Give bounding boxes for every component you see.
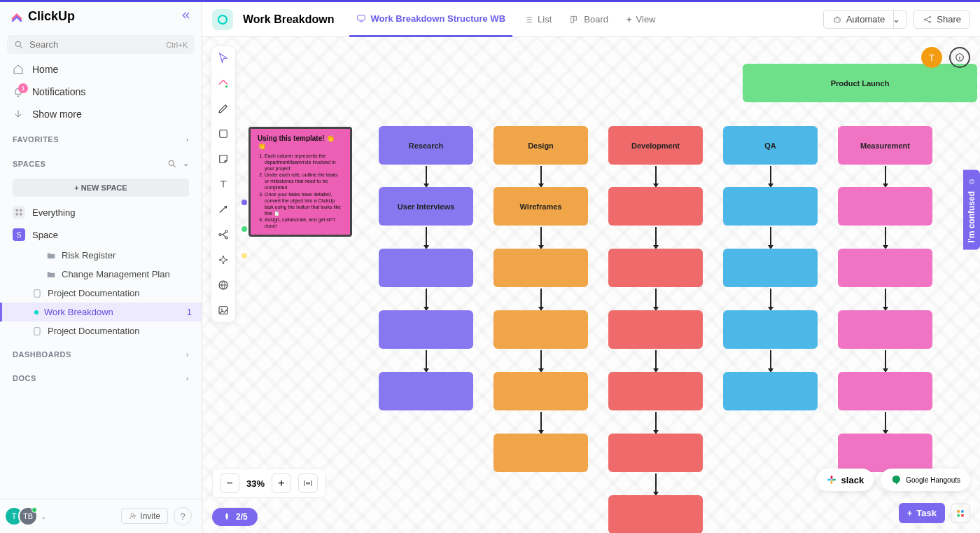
nav-notifications[interactable]: 1 Notifications [0,81,202,103]
collapse-sidebar-button[interactable] [181,10,192,24]
node-3-1[interactable] [723,249,818,287]
tree-work-breakdown[interactable]: Work Breakdown 1 [0,303,202,321]
tab-whiteboard[interactable]: Work Breakdown Structure WB [349,2,512,37]
tree-project-doc-2[interactable]: Project Documentation [0,321,202,340]
info-button[interactable] [949,47,970,68]
node-0-3[interactable] [379,372,473,410]
fit-width-button[interactable] [298,473,318,493]
space-everything[interactable]: Everything [0,201,202,223]
node-2-3[interactable] [608,372,703,410]
share-button[interactable]: Share [913,10,970,29]
tree-risk-register[interactable]: Risk Register [0,246,202,265]
node-4-4[interactable] [838,434,932,472]
automate-dropdown[interactable]: ⌄ [887,10,906,29]
sidebar: ClickUp Ctrl+K Home 1 Notifications Show… [0,2,202,533]
node-2-4[interactable] [608,434,703,472]
connector-arrow [540,412,542,431]
help-button[interactable]: ? [174,507,192,525]
nav-show-more[interactable]: Show more [0,103,202,125]
node-root[interactable]: Product Launch [743,64,977,102]
tool-text[interactable] [216,176,231,192]
integration-slack[interactable]: slack [816,469,874,491]
svg-point-1 [169,160,174,165]
tool-mindmap[interactable] [216,227,231,242]
node-4-1[interactable] [838,249,932,287]
svg-rect-30 [832,479,835,481]
column-header-4[interactable]: Measurement [838,126,932,165]
whiteboard-toolbar [211,46,236,323]
node-1-0[interactable]: Wireframes [493,187,588,226]
node-0-1[interactable] [379,249,473,287]
new-space-button[interactable]: + NEW SPACE [13,179,189,197]
node-2-1[interactable] [608,249,703,287]
node-0-0[interactable]: User Interviews [379,187,473,226]
tool-image[interactable] [216,303,231,318]
tab-list[interactable]: List [517,2,559,37]
node-1-2[interactable] [493,310,588,349]
space-space[interactable]: S Space [0,223,202,246]
node-1-1[interactable] [493,249,588,287]
feedback-tab[interactable]: I'm confused ☺ [963,170,980,250]
tool-connector[interactable] [216,202,231,217]
docs-section[interactable]: DOCS › [0,364,202,388]
svg-rect-34 [961,514,964,517]
zoom-in-button[interactable]: + [272,473,291,493]
node-3-3[interactable] [723,372,818,410]
search-input[interactable] [29,39,160,50]
favorites-section[interactable]: FAVORITES › [0,125,202,149]
column-header-1[interactable]: Design [493,126,588,165]
search-bar[interactable]: Ctrl+K [7,35,195,54]
tool-ai[interactable] [216,252,231,268]
tool-clickup[interactable] [216,76,231,91]
connector-arrow [885,289,886,307]
tool-shape[interactable] [216,126,231,141]
chevron-down-icon[interactable]: ⌄ [41,513,46,520]
node-4-3[interactable] [838,372,932,410]
node-1-3[interactable] [493,372,588,410]
column-header-2[interactable]: Development [608,126,703,165]
tool-select[interactable] [216,50,231,66]
node-0-2[interactable] [379,310,473,349]
user-avatars[interactable]: T TB ⌄ [10,506,46,526]
apps-button[interactable] [951,504,970,523]
tab-board[interactable]: Board [563,2,615,37]
node-2-5[interactable] [608,495,703,533]
tour-progress[interactable]: 2/5 [212,508,258,526]
tree-change-plan[interactable]: Change Management Plan [0,265,202,284]
column-header-3[interactable]: QA [723,126,818,165]
node-3-2[interactable] [723,310,818,349]
dashboards-section[interactable]: DASHBOARDS › [0,340,202,364]
node-4-2[interactable] [838,310,932,349]
whiteboard-canvas[interactable]: − 33% + 2/5 T I'm confused ☺ [202,37,980,533]
svg-point-9 [218,15,227,24]
zoom-out-button[interactable]: − [220,473,239,493]
bottom-right-actions: + Task [899,503,970,523]
nav-home[interactable]: Home [0,58,202,81]
search-spaces-icon[interactable] [167,159,177,169]
tree-project-doc-1[interactable]: Project Documentation [0,284,202,303]
page-title[interactable]: Work Breakdown [243,13,334,26]
chevron-down-icon[interactable]: ⌄ [183,159,190,169]
node-4-0[interactable] [838,187,932,226]
list-icon-badge[interactable] [212,9,233,30]
automate-button[interactable]: Automate [823,10,895,29]
new-task-button[interactable]: + Task [899,503,945,523]
sticky-note[interactable]: Using this template! 👏👏 Each column repr… [248,127,352,237]
add-view-button[interactable]: + View [620,2,663,37]
node-3-0[interactable] [723,187,818,226]
column-header-0[interactable]: Research [379,126,473,165]
chevron-right-icon: › [186,374,189,382]
chevron-right-icon: › [186,135,189,144]
invite-button[interactable]: Invite [121,508,168,524]
tool-pen[interactable] [216,101,231,116]
integration-hangouts[interactable]: Google Hangouts [881,469,970,491]
tool-sticky[interactable] [216,151,231,167]
logo[interactable]: ClickUp [10,9,75,24]
tool-web[interactable] [216,277,231,293]
globe-icon [217,279,230,291]
node-1-4[interactable] [493,434,588,472]
node-2-2[interactable] [608,310,703,349]
node-2-0[interactable] [608,187,703,226]
presence-avatar[interactable]: T [921,47,942,68]
sticky-b1: Each column represents the department/te… [265,153,343,172]
